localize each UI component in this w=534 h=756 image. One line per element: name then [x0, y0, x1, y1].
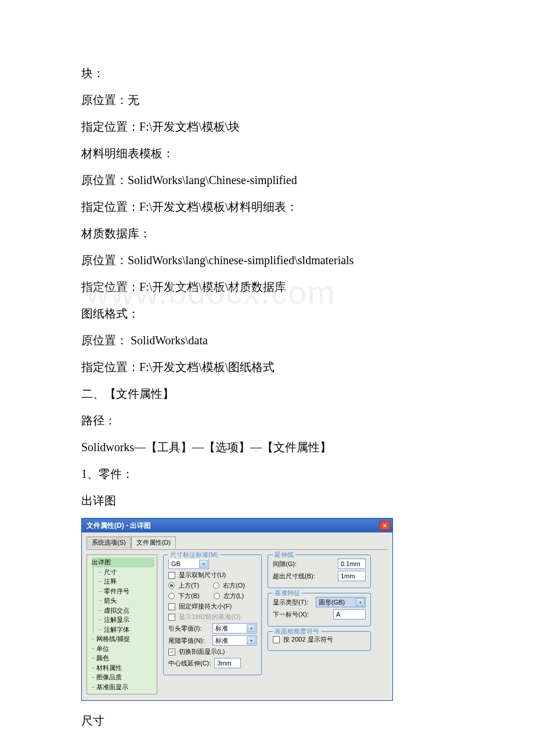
tab-bar: 系统选项(S) 文件属性(D)	[86, 536, 388, 548]
watermark: www.bdocx.com	[86, 273, 336, 311]
text-line: 1、零件：	[81, 465, 453, 483]
text-line: Solidworks—【工具】—【选项】—【文件属性】	[81, 438, 453, 456]
text-line: 路径：	[81, 411, 453, 430]
text-line: 指定位置：F:\开发文档\模板\图纸格式	[81, 358, 453, 376]
options-dialog: 文件属性(D) - 出详图 × 系统选项(S) 文件属性(D) 出详图 尺寸 注…	[81, 518, 393, 701]
weld-checkbox[interactable]	[168, 603, 175, 610]
tree-item[interactable]: 基准面显示	[92, 682, 154, 692]
datum-type-select[interactable]: 圆形(GB)▾	[316, 597, 366, 607]
group-legend: 延伸线	[273, 550, 295, 559]
tab-system-options[interactable]: 系统选项(S)	[86, 537, 131, 549]
chevron-down-icon: ▾	[356, 598, 365, 606]
close-button[interactable]: ×	[380, 521, 390, 530]
position-left-radio[interactable]	[214, 593, 220, 599]
next-label-input[interactable]: A	[333, 609, 366, 620]
titlebar: 文件属性(D) - 出详图 ×	[82, 519, 392, 532]
dual-dim-checkbox[interactable]	[168, 572, 175, 579]
position-right-radio[interactable]	[213, 582, 219, 589]
text-line: 原位置：SolidWorks\lang\chinese-simplified\s…	[81, 251, 453, 269]
group-legend: 基准特征	[273, 589, 302, 597]
leading-zero-select[interactable]: 标准▾	[212, 623, 257, 633]
text-line: 指定位置：F:\开发文档\模板\材料明细表：	[81, 197, 453, 216]
pre1982-checkbox	[168, 614, 175, 621]
dialog-title: 文件属性(D) - 出详图	[86, 521, 151, 531]
tree-item[interactable]: 单位	[92, 644, 154, 654]
tree-item[interactable]: 虚拟交点	[99, 606, 154, 615]
datum-feature-group: 基准特征 显示类型(T): 圆形(GB)▾ 下一标号(X): A	[268, 593, 371, 627]
text-line: 块：	[81, 64, 453, 82]
dimension-standard-group: 尺寸标注标准(M) GB▾ 显示双制尺寸(U) 上方(T)	[163, 555, 262, 675]
trailing-zero-select[interactable]: 标准▾	[212, 635, 257, 646]
tree-item[interactable]: 注释	[99, 577, 154, 586]
extension-line-group: 延伸线 间隙(G): 0.1mm 超出尺寸线(B): 1mm	[268, 555, 371, 588]
tree-item[interactable]: 注解字体	[99, 625, 154, 635]
tree-item[interactable]: 网格线/捕捉	[92, 634, 154, 644]
surface-roughness-group: 表面粗糙度符号 按 2002 显示符号	[268, 631, 371, 651]
tree-item[interactable]: 图像品质	[92, 672, 154, 682]
tree-item-detailing[interactable]: 出详图	[92, 557, 154, 567]
chevron-down-icon: ▾	[247, 624, 255, 632]
position-bottom-radio[interactable]	[168, 593, 175, 599]
beyond-input[interactable]: 1mm	[338, 571, 366, 581]
tree-item[interactable]: 零件序号	[99, 586, 154, 596]
dual-dim-label: 显示双制尺寸(U)	[179, 571, 226, 579]
by2002-checkbox[interactable]	[273, 636, 280, 643]
text-line: 材料明细表模板：	[81, 144, 453, 163]
section-display-checkbox[interactable]	[168, 649, 175, 656]
category-tree[interactable]: 出详图 尺寸 注释 零件序号 箭头 虚拟交点 注解显示 注解字体 网格线/捕捉 …	[86, 555, 157, 694]
text-line: 指定位置：F:\开发文档\模板\块	[81, 117, 453, 136]
position-top-radio[interactable]	[168, 582, 175, 589]
text-line: 原位置： SolidWorks\data	[81, 331, 453, 350]
tree-item[interactable]: 注解显示	[99, 615, 154, 625]
chevron-down-icon: ▾	[199, 560, 208, 568]
group-legend: 表面粗糙度符号	[273, 627, 321, 636]
standard-select[interactable]: GB▾	[168, 559, 209, 569]
gap-input[interactable]: 0.1mm	[338, 559, 366, 569]
text-line: 出详图	[81, 491, 453, 510]
tree-item[interactable]: 颜色	[92, 653, 154, 663]
tab-document-properties[interactable]: 文件属性(D)	[131, 537, 176, 549]
tree-item[interactable]: 尺寸	[99, 567, 154, 577]
chevron-down-icon: ▾	[247, 636, 255, 645]
text-line: 原位置：无	[81, 91, 453, 109]
group-legend: 尺寸标注标准(M)	[168, 550, 220, 559]
text-line: 二、【文件属性】	[81, 384, 453, 403]
text-line: 原位置：SolidWorks\lang\Chinese-simplified	[81, 171, 453, 189]
text-line: 尺寸	[81, 711, 453, 730]
text-line: 材质数据库：	[81, 224, 453, 243]
tree-item[interactable]: 箭头	[99, 596, 154, 606]
tree-item[interactable]: 材料属性	[92, 663, 154, 673]
center-extend-input[interactable]: 3mm	[214, 658, 241, 668]
